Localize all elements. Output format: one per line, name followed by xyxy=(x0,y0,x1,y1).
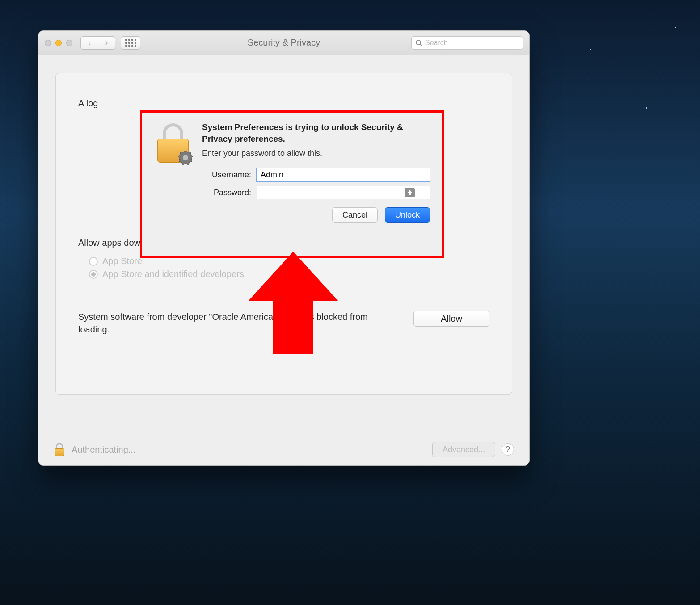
radio-identified-developers[interactable]: App Store and identified developers xyxy=(89,269,489,279)
content-area: A log Allow apps downloaded from: App St… xyxy=(38,55,529,434)
radio-app-store[interactable]: App Store xyxy=(89,256,489,266)
decoration-star xyxy=(590,49,591,50)
radio-label: App Store and identified developers xyxy=(102,269,244,279)
window-close-button[interactable] xyxy=(45,40,51,46)
show-all-button[interactable] xyxy=(121,36,140,50)
auth-lock-icon xyxy=(154,122,192,223)
password-field-row: Password: xyxy=(202,186,430,199)
help-button[interactable]: ? xyxy=(502,443,514,456)
username-label: Username: xyxy=(202,170,251,180)
search-input[interactable] xyxy=(425,39,519,47)
auth-dialog: System Preferences is trying to unlock S… xyxy=(142,113,442,256)
nav-back-button[interactable]: ‹ xyxy=(81,37,98,49)
login-password-label: A log xyxy=(78,98,98,108)
radio-icon xyxy=(89,257,98,266)
decoration-star xyxy=(675,27,676,28)
svg-line-1 xyxy=(420,44,422,46)
username-input[interactable] xyxy=(257,168,430,181)
auth-heading: System Preferences is trying to unlock S… xyxy=(202,122,430,144)
blocked-software-row: System software from developer "Oracle A… xyxy=(78,311,489,336)
grid-icon xyxy=(125,39,136,47)
window-footer: Authenticating... Advanced... ? xyxy=(38,434,529,465)
window-zoom-button[interactable] xyxy=(66,40,72,46)
allow-button[interactable]: Allow xyxy=(413,311,489,327)
auth-status-text: Authenticating... xyxy=(72,445,135,455)
unlock-button[interactable]: Unlock xyxy=(385,207,430,223)
nav-forward-button[interactable]: › xyxy=(98,37,115,49)
caps-lock-icon xyxy=(405,188,415,197)
lock-icon[interactable] xyxy=(54,443,65,456)
search-icon xyxy=(415,39,422,46)
cancel-button[interactable]: Cancel xyxy=(332,207,378,223)
preferences-window: ‹ › Security & Privacy A log Allow apps … xyxy=(38,30,530,466)
auth-actions: Cancel Unlock xyxy=(202,207,430,223)
search-field[interactable] xyxy=(411,36,523,50)
radio-icon xyxy=(89,270,98,279)
auth-subheading: Enter your password to allow this. xyxy=(202,149,430,158)
window-controls xyxy=(45,40,72,46)
nav-back-forward: ‹ › xyxy=(80,36,115,50)
decoration-star xyxy=(646,107,647,109)
gear-badge-icon xyxy=(178,150,193,165)
window-minimize-button[interactable] xyxy=(55,40,62,46)
username-field-row: Username: xyxy=(202,168,430,181)
password-input[interactable] xyxy=(257,186,430,199)
svg-point-3 xyxy=(183,155,188,160)
radio-label: App Store xyxy=(102,256,142,266)
titlebar: ‹ › Security & Privacy xyxy=(38,31,529,55)
advanced-button[interactable]: Advanced... xyxy=(432,442,495,457)
password-label: Password: xyxy=(202,188,251,197)
blocked-software-message: System software from developer "Oracle A… xyxy=(78,311,400,336)
